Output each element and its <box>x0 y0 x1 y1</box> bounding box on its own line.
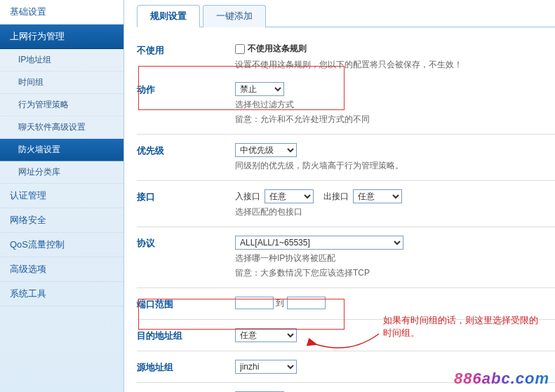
watermark: 886abc.com <box>454 370 549 388</box>
disable-checkbox-label[interactable]: 不使用这条规则 <box>235 43 307 55</box>
sidebar-item-timegroup[interactable]: 时间组 <box>0 72 123 94</box>
disable-hint: 设置不使用这条规则，您以下的配置将只会被保存，不生效！ <box>235 59 555 71</box>
action-select[interactable]: 禁止 <box>235 82 284 96</box>
label-port: 端口范围 <box>137 297 235 311</box>
dest-select[interactable]: 任意 <box>235 328 297 342</box>
port-to-label: 到 <box>276 298 284 308</box>
row-interface: 接口 入接口 任意 出接口 任意 选择匹配的包接口 <box>137 184 555 227</box>
sidebar-network-security[interactable]: 网络安全 <box>0 208 123 233</box>
sidebar-auth-management[interactable]: 认证管理 <box>0 184 123 208</box>
sidebar-advanced[interactable]: 高级选项 <box>0 257 123 282</box>
sidebar: 基础设置 上网行为管理 IP地址组 时间组 行为管理策略 聊天软件高级设置 防火… <box>0 0 124 392</box>
priority-hint: 同级别的优先级，防火墙高于行为管理策略。 <box>235 160 555 172</box>
row-disable: 不使用 不使用这条规则 设置不使用这条规则，您以下的配置将只会被保存，不生效！ <box>137 37 555 76</box>
row-action: 动作 禁止 选择包过滤方式 留意：允许和不允许处理方式的不同 <box>137 76 555 135</box>
disable-checkbox[interactable] <box>235 44 245 54</box>
sidebar-qos[interactable]: QoS流量控制 <box>0 233 123 257</box>
tabs: 规则设置 一键添加 <box>137 4 555 27</box>
action-hint1: 选择包过滤方式 <box>235 99 555 111</box>
label-interface: 接口 <box>137 189 235 203</box>
sidebar-item-behavior-policy[interactable]: 行为管理策略 <box>0 94 123 116</box>
sidebar-basic-settings[interactable]: 基础设置 <box>0 0 123 25</box>
sidebar-item-ipgroup[interactable]: IP地址组 <box>0 49 123 72</box>
port-to-input[interactable] <box>287 297 326 309</box>
sidebar-system-tools[interactable]: 系统工具 <box>0 282 123 306</box>
label-action: 动作 <box>137 82 235 96</box>
sidebar-section-behavior[interactable]: 上网行为管理 <box>0 25 123 49</box>
sidebar-item-url-category[interactable]: 网址分类库 <box>0 161 123 184</box>
label-dest: 目的地址组 <box>137 328 235 342</box>
sidebar-item-chat-advanced[interactable]: 聊天软件高级设置 <box>0 116 123 139</box>
row-priority: 优先级 中优先级 同级别的优先级，防火墙高于行为管理策略。 <box>137 137 555 181</box>
out-interface-label: 出接口 <box>323 191 349 201</box>
protocol-hint1: 选择哪一种IP协议将被匹配 <box>235 252 555 264</box>
disable-checkbox-text: 不使用这条规则 <box>248 43 307 55</box>
annotation-text: 如果有时间组的话，则这里选择受限的时间组。 <box>383 314 544 339</box>
src-select[interactable]: jinzhi <box>235 360 297 374</box>
priority-select[interactable]: 中优先级 <box>235 143 297 157</box>
action-hint2: 留意：允许和不允许处理方式的不同 <box>235 114 555 126</box>
label-priority: 优先级 <box>137 143 235 157</box>
in-interface-label: 入接口 <box>235 191 260 201</box>
label-disable: 不使用 <box>137 43 235 57</box>
sidebar-item-firewall[interactable]: 防火墙设置 <box>0 139 123 161</box>
row-protocol: 协议 ALL[ALL/1~65535] 选择哪一种IP协议将被匹配 留意：大多数… <box>137 230 555 288</box>
tab-quick-add[interactable]: 一键添加 <box>203 5 266 27</box>
label-protocol: 协议 <box>137 236 235 250</box>
tab-rule-settings[interactable]: 规则设置 <box>137 5 200 27</box>
interface-hint: 选择匹配的包接口 <box>235 206 555 218</box>
protocol-hint2: 留意：大多数情况下您应该选择TCP <box>235 267 555 279</box>
out-interface-select[interactable]: 任意 <box>353 189 402 203</box>
protocol-select[interactable]: ALL[ALL/1~65535] <box>235 236 403 250</box>
in-interface-select[interactable]: 任意 <box>265 189 314 203</box>
port-from-input[interactable] <box>235 297 274 309</box>
label-src: 源地址组 <box>137 360 235 374</box>
